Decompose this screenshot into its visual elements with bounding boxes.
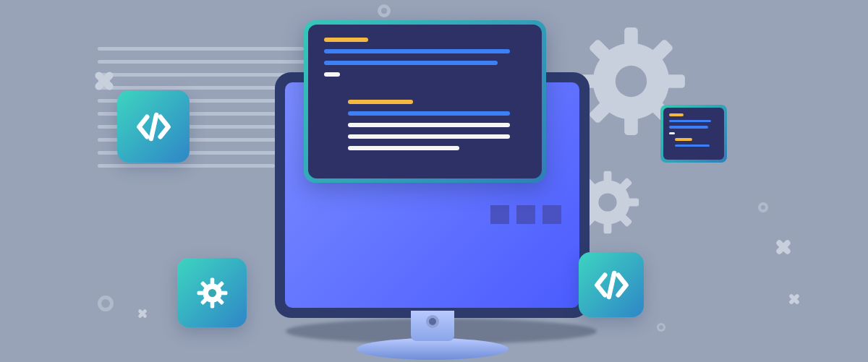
monitor-button — [426, 315, 439, 328]
svg-rect-12 — [604, 222, 612, 233]
svg-point-9 — [616, 66, 647, 97]
svg-rect-25 — [197, 290, 203, 295]
circle-icon — [98, 296, 114, 311]
sparkle-icon — [93, 69, 115, 92]
monitor-base — [357, 338, 509, 360]
svg-point-19 — [598, 193, 616, 211]
code-brackets-icon — [117, 90, 190, 163]
circle-icon — [378, 4, 391, 17]
circle-icon — [657, 323, 665, 332]
code-window-small — [660, 105, 727, 163]
svg-rect-2 — [624, 115, 638, 135]
sparkle-icon — [137, 309, 148, 319]
code-brackets-icon — [579, 252, 644, 317]
svg-rect-23 — [210, 277, 214, 284]
svg-line-21 — [608, 273, 613, 297]
svg-rect-24 — [210, 301, 214, 308]
code-lines — [308, 25, 542, 178]
svg-rect-4 — [665, 74, 685, 88]
sparkle-icon — [788, 293, 801, 306]
illustration — [0, 0, 868, 362]
svg-rect-1 — [624, 27, 638, 48]
circle-icon — [758, 202, 768, 212]
svg-point-31 — [208, 289, 216, 297]
svg-rect-11 — [604, 171, 612, 183]
code-lines — [663, 108, 724, 160]
svg-line-20 — [150, 115, 156, 139]
screen-squares — [490, 205, 561, 224]
svg-rect-26 — [221, 290, 227, 295]
gear-icon — [177, 258, 247, 327]
svg-rect-14 — [627, 199, 639, 207]
sparkle-icon — [775, 238, 792, 256]
code-window-large — [304, 20, 546, 183]
